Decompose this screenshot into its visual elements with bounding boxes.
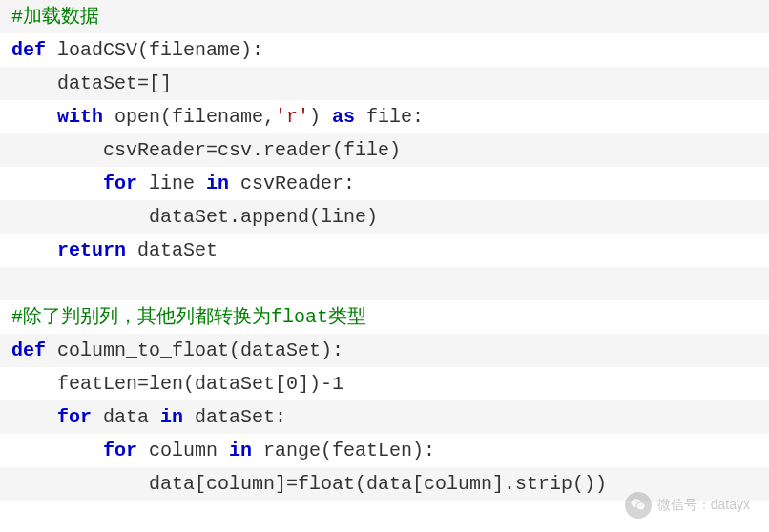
code-line: featLen=len(dataSet[0])-1: [0, 367, 769, 400]
code-token-number: 0: [286, 373, 298, 395]
code-token-ident: csvReader:: [229, 173, 355, 194]
code-token-keyword: def: [11, 339, 46, 361]
code-token-ident: open(filename,: [103, 106, 275, 128]
code-token-keyword: as: [332, 106, 355, 128]
code-token-keyword: for: [103, 440, 137, 461]
code-token-keyword: in: [160, 406, 183, 428]
watermark: 微信号：datayx: [625, 492, 750, 519]
code-line: for data in dataSet:: [0, 400, 769, 434]
code-token-comment: #除了判别列，其他列都转换为float类型: [11, 306, 366, 328]
code-line: [0, 267, 769, 300]
code-token-ident: [11, 173, 103, 194]
code-token-ident: dataSet:: [183, 406, 286, 428]
code-line: dataSet=[]: [0, 67, 769, 100]
code-line: #加载数据: [0, 0, 769, 33]
code-line: for line in csvReader:: [0, 167, 769, 200]
code-token-string: 'r': [275, 106, 309, 128]
wechat-icon: [625, 492, 652, 519]
code-line: dataSet.append(line): [0, 200, 769, 234]
code-token-ident: [11, 106, 57, 128]
code-token-keyword: in: [229, 440, 252, 461]
code-token-keyword: with: [57, 106, 103, 128]
code-token-keyword: in: [206, 173, 229, 194]
code-token-ident: loadCSV(filename):: [46, 39, 263, 61]
code-token-ident: dataSet=[]: [11, 72, 172, 94]
code-token-ident: [11, 440, 103, 461]
code-token-ident: dataSet.append(line): [11, 206, 378, 228]
code-token-ident: ): [309, 106, 332, 128]
code-line: with open(filename,'r') as file:: [0, 100, 769, 133]
code-token-ident: [11, 239, 57, 261]
code-token-keyword: for: [103, 173, 137, 194]
code-token-ident: featLen=len(dataSet[: [11, 373, 286, 395]
code-token-ident: dataSet: [126, 239, 218, 261]
code-token-ident: file:: [355, 106, 424, 128]
code-line: def loadCSV(filename):: [0, 33, 769, 67]
code-token-ident: data[column]=float(data[column].strip()): [11, 473, 607, 495]
code-token-keyword: for: [57, 406, 92, 428]
code-token-ident: range(featLen):: [252, 440, 435, 461]
code-token-ident: data: [92, 406, 160, 428]
watermark-text: 微信号：datayx: [657, 497, 750, 514]
code-line: return dataSet: [0, 234, 769, 267]
code-token-ident: column_to_float(dataSet):: [46, 339, 343, 361]
code-token-ident: csvReader=csv.reader(file): [11, 139, 401, 161]
code-token-ident: ])-: [298, 373, 332, 395]
code-token-keyword: return: [57, 239, 126, 261]
code-line: for column in range(featLen):: [0, 434, 769, 467]
code-token-comment: #加载数据: [11, 6, 99, 28]
code-block: #加载数据def loadCSV(filename): dataSet=[] w…: [0, 0, 769, 501]
code-token-ident: line: [137, 173, 206, 194]
code-token-number: 1: [332, 373, 343, 395]
code-token-ident: [11, 406, 57, 428]
code-token-keyword: def: [11, 39, 46, 61]
code-token-ident: column: [137, 440, 229, 461]
code-line: csvReader=csv.reader(file): [0, 133, 769, 167]
code-line: #除了判别列，其他列都转换为float类型: [0, 300, 769, 334]
code-line: def column_to_float(dataSet):: [0, 334, 769, 367]
